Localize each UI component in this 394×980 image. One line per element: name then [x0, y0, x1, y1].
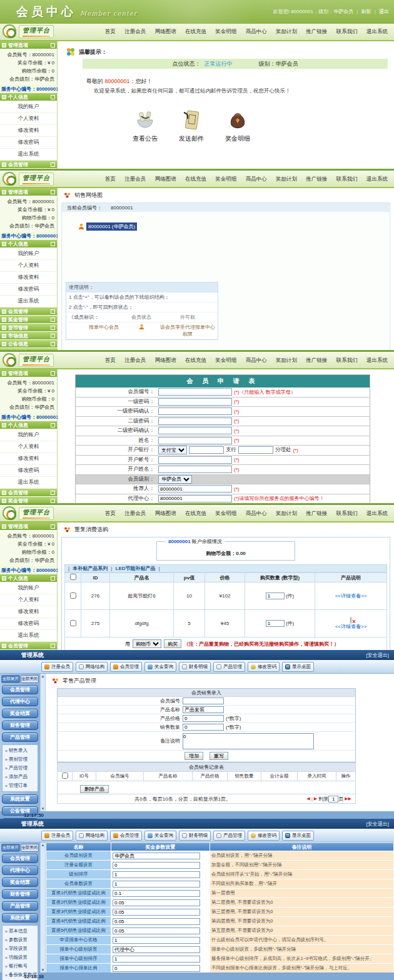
admin-logout-link[interactable]: [安全退出]	[366, 821, 389, 828]
sidebar-group[interactable]: 会员管理	[0, 308, 57, 316]
param-value-input[interactable]	[113, 965, 200, 972]
param-value-input[interactable]	[113, 852, 200, 859]
param-value-input[interactable]	[113, 871, 200, 878]
personal-section-header[interactable]: 个人信息	[0, 421, 57, 429]
nav-item[interactable]: 商品中心	[246, 357, 267, 364]
buy-button[interactable]: 购买	[164, 639, 181, 648]
admin-menu-button[interactable]: 产品管理	[2, 732, 38, 742]
admin-menu-button[interactable]: 会员管理	[2, 685, 38, 694]
expand-icon[interactable]	[51, 309, 55, 314]
sidebar-scrollbar[interactable]: ▲▼	[40, 674, 46, 811]
scroll-up-icon[interactable]: ▲	[41, 843, 45, 847]
collapse-icon[interactable]	[51, 95, 55, 99]
sidebar-item[interactable]: 退出系统	[0, 630, 57, 642]
sidebar-group[interactable]: 公告信息	[0, 340, 57, 348]
toolbar-button[interactable]: 奖金查询	[144, 831, 176, 841]
toolbar-button[interactable]: 网络结构	[76, 662, 108, 672]
delete-product-button[interactable]: 删除产品	[80, 785, 109, 793]
toolbar-button[interactable]: 会员管理	[110, 662, 142, 672]
scroll-up-icon[interactable]: ▲	[41, 674, 45, 678]
nav-item[interactable]: 推广链接	[306, 357, 327, 364]
collapse-all-tab[interactable]: 全部关闭	[21, 844, 39, 852]
toolbar-button[interactable]: 网络结构	[76, 831, 108, 841]
sidebar-group[interactable]: 会员管理	[0, 642, 57, 650]
expand-icon[interactable]	[51, 342, 55, 346]
collapse-icon[interactable]	[51, 576, 55, 581]
sidebar-item[interactable]: 修改密码	[0, 137, 57, 149]
nav-item[interactable]: 在线充值	[185, 28, 206, 36]
goto-page-input[interactable]	[328, 796, 338, 802]
sidebar-item[interactable]: 修改密码	[0, 465, 57, 477]
nav-item[interactable]: 注册会员	[124, 176, 146, 183]
admin-menu-button[interactable]: 财务管理	[2, 721, 38, 730]
param-value-input[interactable]	[113, 918, 200, 925]
sidebar-item[interactable]: 修改资料	[0, 272, 57, 284]
collapse-all-tab[interactable]: 全部关闭	[21, 675, 39, 683]
nav-item[interactable]: 推广链接	[306, 176, 327, 183]
last-page-icon[interactable]: ▶▶	[345, 796, 351, 801]
scroll-down-icon[interactable]: ▼	[41, 807, 45, 811]
sidebar-item[interactable]: 修改资料	[0, 125, 57, 137]
sidebar-item[interactable]: 修改密码	[0, 618, 57, 630]
sidebar-item[interactable]: 修改密码	[0, 284, 57, 296]
nav-item[interactable]: 网络图谱	[155, 357, 176, 364]
text-field[interactable]	[183, 698, 224, 704]
toolbar-button[interactable]: 奖金查询	[144, 662, 176, 672]
tree-node[interactable]: 80000001 (华萨会员)	[78, 222, 137, 231]
nav-item[interactable]: 首页	[105, 357, 116, 364]
nav-item[interactable]: 商品中心	[246, 176, 267, 183]
admin-submenu-item[interactable]: »字段设置	[3, 944, 38, 953]
nav-item[interactable]: 奖金明细	[215, 510, 236, 518]
expand-icon[interactable]	[51, 318, 55, 322]
param-value-input[interactable]	[113, 862, 200, 869]
toolbar-button[interactable]: 注册会员	[41, 831, 73, 841]
expand-icon[interactable]	[51, 491, 55, 495]
sidebar-item[interactable]: 修改资料	[0, 606, 57, 618]
collapse-icon[interactable]	[51, 242, 55, 246]
tab-subsidy-series[interactable]: 本补贴产品系列	[73, 565, 108, 572]
admin-submenu-item[interactable]: »产品管理	[3, 764, 38, 772]
sidebar-item[interactable]: 个人资料	[0, 441, 57, 453]
sidebar-item[interactable]: 我的账户	[0, 248, 57, 260]
nav-item[interactable]: 奖金明细	[215, 357, 236, 364]
collapse-icon[interactable]	[51, 43, 55, 48]
bank-select[interactable]: 支付宝	[158, 446, 187, 454]
sidebar-item[interactable]: 个人资料	[0, 594, 57, 606]
toolbar-button[interactable]: 产品管理	[213, 662, 245, 672]
nav-item[interactable]: 首页	[105, 176, 116, 183]
toolbar-button[interactable]: 财务明细	[179, 662, 211, 672]
toolbar-button[interactable]: 注册会员	[41, 662, 73, 672]
nav-item[interactable]: 首页	[105, 28, 116, 36]
select-all-checkbox[interactable]	[62, 772, 68, 779]
expand-icon[interactable]	[51, 162, 55, 167]
nav-item[interactable]: 退出系统	[366, 510, 388, 518]
prev-page-icon[interactable]: ◀	[306, 796, 310, 801]
param-value-input[interactable]	[113, 928, 200, 934]
toolbar-button[interactable]: 显示桌面	[282, 662, 314, 672]
admin-submenu-item[interactable]: »参数设置	[3, 936, 38, 944]
personal-section-header[interactable]: 个人信息	[0, 574, 57, 582]
sidebar-item[interactable]: 退出系统	[0, 149, 57, 161]
text-field[interactable]	[158, 466, 232, 473]
detail-link[interactable]: <<详细查看>>	[316, 623, 386, 630]
param-value-input[interactable]	[113, 890, 200, 897]
expand-icon[interactable]	[51, 326, 55, 330]
nav-item[interactable]: 在线充值	[185, 510, 206, 518]
param-value-input[interactable]	[113, 899, 200, 906]
admin-submenu-item[interactable]: »银行帐号	[3, 962, 38, 971]
select-all-checkbox[interactable]	[70, 574, 76, 580]
admin-menu-button[interactable]: 奖金结算	[2, 709, 38, 718]
nav-item[interactable]: 奖励计划	[276, 176, 297, 183]
sidebar-item[interactable]: 退出系统	[0, 296, 57, 308]
nav-item[interactable]: 注册会员	[124, 28, 146, 36]
sidebar-item[interactable]: 我的账户	[0, 429, 57, 441]
toolbar-button[interactable]: 会员管理	[110, 831, 142, 841]
nav-item[interactable]: 注册会员	[124, 357, 146, 364]
admin-submenu-item[interactable]: »类别管理	[3, 755, 38, 764]
refresh-link[interactable]: 刷新	[361, 9, 371, 14]
sidebar-item[interactable]: 个人资料	[0, 113, 57, 125]
pay-currency-select[interactable]: 购物币	[133, 639, 161, 648]
toolbar-button[interactable]: 修改密码	[248, 831, 280, 841]
rewrite-button[interactable]: 重写	[210, 752, 228, 760]
admin-submenu-item[interactable]: »基本信息	[3, 927, 38, 936]
